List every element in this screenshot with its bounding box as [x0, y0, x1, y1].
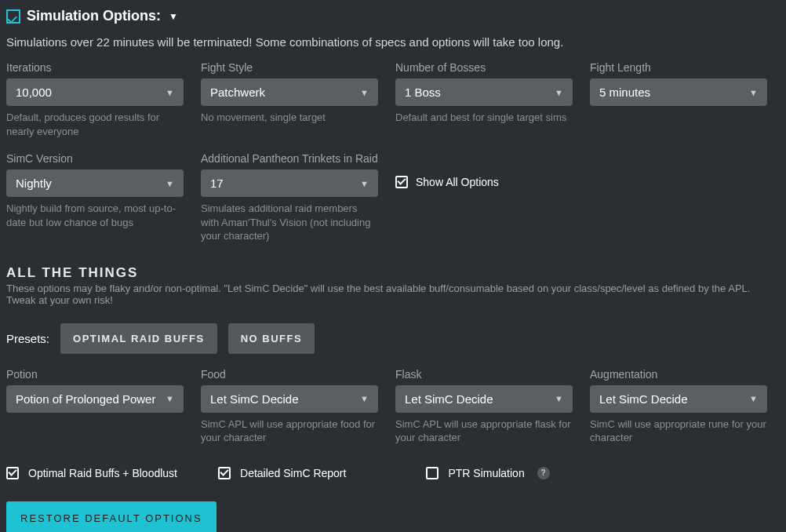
- fightstyle-label: Fight Style: [201, 61, 378, 74]
- fightstyle-select[interactable]: Patchwerk ▼: [201, 78, 378, 106]
- header-title: Simulation Options:: [27, 8, 161, 24]
- help-icon[interactable]: ?: [537, 467, 550, 479]
- simcversion-field: SimC Version Nightly ▼ Nightly build fro…: [6, 152, 184, 243]
- simcversion-select[interactable]: Nightly ▼: [6, 169, 184, 197]
- section-header[interactable]: Simulation Options: ▼: [6, 8, 780, 24]
- chevron-down-icon: ▼: [166, 394, 174, 403]
- numbosses-field: Number of Bosses 1 Boss ▼ Default and be…: [395, 61, 573, 138]
- optimal-raid-buffs-button[interactable]: OPTIMAL RAID BUFFS: [60, 323, 217, 354]
- presets-label: Presets:: [6, 332, 49, 345]
- warning-text: Simulations over 22 minutes will be term…: [6, 35, 780, 49]
- potion-field: Potion Potion of Prolonged Power ▼: [6, 368, 184, 445]
- chevron-down-icon: ▼: [166, 179, 174, 188]
- augmentation-field: Augmentation Let SimC Decide ▼ SimC will…: [590, 368, 767, 445]
- chevron-down-icon: ▼: [360, 394, 369, 403]
- restore-default-button[interactable]: RESTORE DEFAULT OPTIONS: [6, 501, 217, 532]
- food-field: Food Let SimC Decide ▼ SimC APL will use…: [201, 368, 378, 445]
- pantheon-helper: Simulates additional raid members with A…: [201, 202, 378, 243]
- detailed-report-label: Detailed SimC Report: [240, 467, 346, 479]
- optimal-raid-checkbox[interactable]: [6, 467, 19, 479]
- showall-checkbox[interactable]: [395, 176, 408, 188]
- potion-select[interactable]: Potion of Prolonged Power ▼: [6, 385, 184, 413]
- iterations-field: Iterations 10,000 ▼ Default, produces go…: [6, 61, 184, 138]
- augmentation-select[interactable]: Let SimC Decide ▼: [590, 385, 767, 413]
- pantheon-field: Additional Pantheon Trinkets in Raid 17 …: [201, 152, 378, 243]
- flask-field: Flask Let SimC Decide ▼ SimC APL will us…: [395, 368, 573, 445]
- iterations-select[interactable]: 10,000 ▼: [6, 78, 184, 106]
- augmentation-label: Augmentation: [590, 368, 767, 381]
- fightlength-select[interactable]: 5 minutes ▼: [590, 78, 767, 106]
- chevron-down-icon: ▼: [360, 179, 369, 188]
- iterations-label: Iterations: [6, 61, 184, 74]
- flask-helper: SimC APL will use appropriate flask for …: [395, 417, 573, 445]
- food-label: Food: [201, 368, 378, 381]
- iterations-value: 10,000: [16, 86, 52, 99]
- chevron-down-icon: ▼: [749, 88, 758, 97]
- presets-row: Presets: OPTIMAL RAID BUFFS NO BUFFS: [6, 323, 780, 354]
- food-value: Let SimC Decide: [210, 392, 299, 406]
- chevron-down-icon: ▼: [169, 11, 178, 22]
- fightstyle-helper: No movement, single target: [201, 111, 378, 125]
- augmentation-value: Let SimC Decide: [599, 392, 688, 406]
- pantheon-label: Additional Pantheon Trinkets in Raid: [201, 152, 378, 165]
- simcversion-label: SimC Version: [6, 152, 184, 165]
- no-buffs-button[interactable]: NO BUFFS: [228, 323, 315, 354]
- simcversion-value: Nightly: [16, 177, 52, 190]
- simcversion-helper: Nightly build from source, most up-to-da…: [6, 202, 184, 229]
- numbosses-value: 1 Boss: [405, 86, 441, 99]
- footer-checks-row: Optimal Raid Buffs + Bloodlust Detailed …: [6, 467, 780, 479]
- flask-value: Let SimC Decide: [405, 392, 493, 406]
- fightlength-label: Fight Length: [590, 61, 767, 74]
- optimal-raid-label: Optimal Raid Buffs + Bloodlust: [28, 467, 177, 479]
- pantheon-select[interactable]: 17 ▼: [201, 169, 378, 197]
- all-things-sub: These options may be flaky and/or non-op…: [6, 282, 780, 306]
- showall-field: Show All Options: [395, 152, 573, 243]
- potion-value: Potion of Prolonged Power: [16, 392, 155, 406]
- fightstyle-value: Patchwerk: [210, 86, 265, 99]
- showall-label: Show All Options: [416, 176, 499, 188]
- checkbox-icon: [6, 9, 20, 24]
- potion-label: Potion: [6, 368, 184, 381]
- chevron-down-icon: ▼: [555, 88, 563, 97]
- optimal-raid-check[interactable]: Optimal Raid Buffs + Bloodlust: [6, 467, 177, 479]
- numbosses-select[interactable]: 1 Boss ▼: [395, 78, 573, 106]
- options-row-1: Iterations 10,000 ▼ Default, produces go…: [6, 61, 780, 138]
- augmentation-helper: SimC will use appropriate rune for your …: [590, 417, 767, 445]
- food-select[interactable]: Let SimC Decide ▼: [201, 385, 378, 413]
- fightlength-field: Fight Length 5 minutes ▼: [590, 61, 767, 138]
- chevron-down-icon: ▼: [555, 394, 563, 403]
- fightstyle-field: Fight Style Patchwerk ▼ No movement, sin…: [201, 61, 378, 138]
- detailed-report-checkbox[interactable]: [218, 467, 231, 479]
- pantheon-value: 17: [210, 177, 224, 190]
- detailed-report-check[interactable]: Detailed SimC Report: [218, 467, 346, 479]
- options-row-3: Potion Potion of Prolonged Power ▼ Food …: [6, 368, 780, 445]
- showall-checkbox-row[interactable]: Show All Options: [395, 176, 573, 188]
- chevron-down-icon: ▼: [360, 88, 369, 97]
- flask-select[interactable]: Let SimC Decide ▼: [395, 385, 573, 413]
- flask-label: Flask: [395, 368, 573, 381]
- numbosses-helper: Default and best for single target sims: [395, 111, 573, 125]
- ptr-sim-check[interactable]: PTR Simulation ?: [426, 467, 549, 479]
- chevron-down-icon: ▼: [749, 394, 758, 403]
- all-things-title: ALL THE THINGS: [6, 265, 780, 281]
- fightlength-value: 5 minutes: [599, 86, 650, 99]
- ptr-sim-label: PTR Simulation: [448, 467, 524, 479]
- ptr-sim-checkbox[interactable]: [426, 467, 438, 479]
- numbosses-label: Number of Bosses: [395, 61, 573, 74]
- iterations-helper: Default, produces good results for nearl…: [6, 111, 184, 138]
- chevron-down-icon: ▼: [166, 88, 174, 97]
- options-row-2: SimC Version Nightly ▼ Nightly build fro…: [6, 152, 780, 243]
- food-helper: SimC APL will use appropriate food for y…: [201, 417, 378, 445]
